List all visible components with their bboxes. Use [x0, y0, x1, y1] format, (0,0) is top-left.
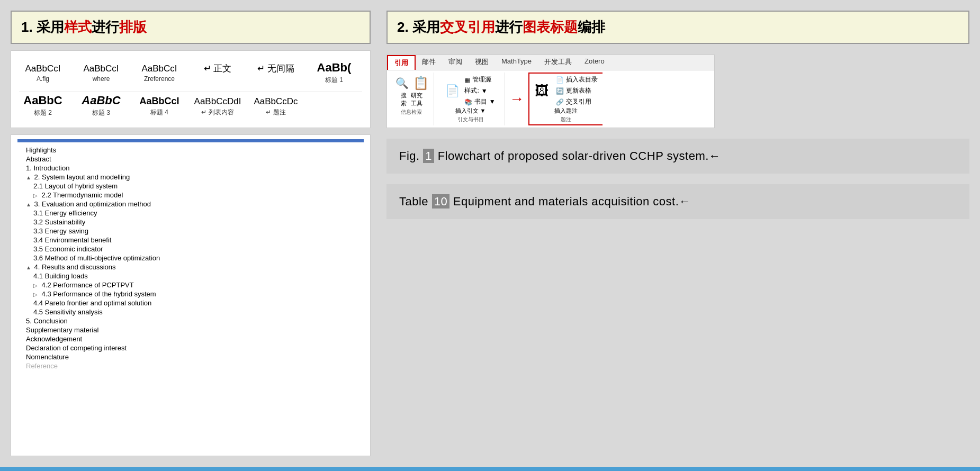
ribbon-group-citation: 📄 ▦ 管理源 样式: ▼ — [436, 73, 505, 125]
toc-item[interactable]: Nomenclature — [17, 352, 364, 361]
section2-title: 2. 采用交叉引用进行图表标题编排 — [386, 11, 969, 44]
toc-panel: Highlights Abstract 1. Introduction ▲ 2.… — [11, 134, 371, 456]
word-ribbon: 引用 邮件 审阅 视图 MathType 开发工具 Zotero 🔍 📋 — [386, 55, 715, 128]
cross-ref-icon: 🔗 — [556, 98, 564, 106]
grid-icon: ▦ — [464, 76, 470, 84]
section2-prefix: 2. 采用 — [397, 19, 440, 35]
book-icon: 📚 — [464, 98, 472, 106]
style-afig[interactable]: AaBbCcI A.fig — [19, 64, 67, 83]
dropdown-icon: ▼ — [481, 87, 488, 95]
red-arrow-icon: → — [509, 90, 524, 107]
section2-highlight1: 交叉引用 — [440, 19, 495, 35]
toc-item[interactable]: 3.6 Method of multi-objective optimizati… — [17, 253, 364, 262]
styles-row-2: AaBbC 标题 2 AaBbC 标题 3 AaBbCcI 标题 4 AaBbC… — [19, 91, 362, 120]
insert-citation-icon[interactable]: 📄 — [444, 83, 461, 99]
toc-item[interactable]: ▷ 4.2 Performance of PCPTPVT — [17, 280, 364, 289]
ribbon-caption-top: 🖼 📄 插入表目录 🔄 更新表格 — [533, 75, 599, 107]
tab-mail[interactable]: 邮件 — [416, 55, 442, 70]
table-of-figures-icon: 📄 — [556, 76, 564, 84]
group-label-caption: 题注 — [561, 116, 571, 123]
tab-developer[interactable]: 开发工具 — [538, 55, 578, 70]
tab-review[interactable]: 审阅 — [442, 55, 469, 70]
style-caption[interactable]: AaBbCcDc ↵ 题注 — [252, 96, 300, 117]
red-arrow-container: → — [507, 73, 526, 125]
tab-mathtype[interactable]: MathType — [495, 55, 538, 70]
section1-prefix: 1. 采用 — [21, 19, 64, 35]
toc-item[interactable]: 3.2 Sustainability — [17, 218, 364, 227]
group-label-search: 信息检索 — [401, 108, 422, 116]
style-list-content[interactable]: AaBbCcDdI ↵ 列表内容 — [194, 96, 241, 117]
toc-item[interactable]: ▲ 3. Evaluation and optimization method — [17, 200, 364, 209]
toc-item[interactable]: ▷ 2.2 Thermodynamic model — [17, 191, 364, 200]
style-zhengwen[interactable]: ↵ 正文 — [194, 62, 241, 76]
toc-item[interactable]: 1. Introduction — [17, 164, 364, 173]
toc-item[interactable]: ▲ 2. System layout and modelling — [17, 173, 364, 182]
manage-sources-btn[interactable]: ▦ 管理源 — [463, 75, 497, 85]
insert-caption-icon[interactable]: 🖼 — [533, 83, 550, 99]
insert-citation-label: 插入引文 — [455, 107, 479, 114]
style-wujian[interactable]: ↵ 无间隔 — [252, 62, 300, 76]
toc-item[interactable]: 5. Conclusion — [17, 316, 364, 325]
dropdown-arrow-small: ▼ — [480, 107, 486, 114]
research-icon[interactable]: 📋 — [412, 75, 429, 92]
caption2-area: Table 10 Equipment and materials acquisi… — [386, 184, 969, 219]
left-panel: 1. 采用样式进行排版 AaBbCcI A.fig AaBbCcI where … — [11, 11, 371, 456]
section1-middle: 进行 — [92, 19, 119, 35]
toc-item[interactable]: Highlights — [17, 146, 364, 155]
bibliography-btn[interactable]: 📚 书目 ▼ — [463, 97, 497, 107]
style-dropdown[interactable]: 样式: ▼ — [463, 86, 497, 96]
ribbon-tabs: 引用 邮件 审阅 视图 MathType 开发工具 Zotero — [387, 55, 714, 70]
toc-item[interactable]: 3.1 Energy efficiency — [17, 209, 364, 218]
cross-reference-btn[interactable]: 🔗 交叉引用 — [554, 97, 599, 107]
style-heading1[interactable]: AaBb( 标题 1 — [310, 61, 358, 85]
caption2-text: Equipment and materials acquisition cost… — [449, 195, 691, 208]
toc-item[interactable]: 4.4 Pareto frontier and optimal solution — [17, 298, 364, 307]
caption1-text: Flowchart of proposed solar-driven CCHP … — [434, 149, 721, 162]
ribbon-citation-top: 📄 ▦ 管理源 样式: ▼ — [444, 75, 497, 107]
section2-highlight2: 图表标题 — [523, 19, 578, 35]
ribbon-group-caption: 🖼 📄 插入表目录 🔄 更新表格 — [528, 73, 603, 125]
ribbon-body: 🔍 📋 搜索 研究工具 信息检索 📄 — [387, 70, 714, 128]
toc-item[interactable]: Supplementary material — [17, 325, 364, 334]
section1-highlight1: 样式 — [64, 19, 92, 35]
styles-panel: AaBbCcI A.fig AaBbCcI where AaBbCcI Zref… — [11, 50, 371, 128]
toc-item[interactable]: 2.1 Layout of hybrid system — [17, 182, 364, 191]
styles-row-1: AaBbCcI A.fig AaBbCcI where AaBbCcI Zref… — [19, 59, 362, 87]
toc-item[interactable]: Declaration of competing interest — [17, 343, 364, 352]
section1-title: 1. 采用样式进行排版 — [11, 11, 371, 44]
caption1-prefix: Fig. — [399, 149, 423, 162]
section1-highlight2: 排版 — [119, 19, 147, 35]
style-heading3[interactable]: AaBbC 标题 3 — [77, 94, 125, 117]
right-panel: 2. 采用交叉引用进行图表标题编排 引用 邮件 审阅 视图 MathType 开… — [386, 11, 969, 456]
search-icon[interactable]: 🔍 — [393, 75, 410, 92]
toc-item[interactable]: Acknowledgement — [17, 334, 364, 343]
ribbon-icons-search: 🔍 📋 — [393, 75, 429, 92]
caption2-prefix: Table — [399, 195, 432, 208]
insert-table-of-figures-btn[interactable]: 📄 插入表目录 — [554, 75, 599, 85]
tab-zotero[interactable]: Zotero — [578, 55, 611, 70]
style-heading4[interactable]: AaBbCcI 标题 4 — [136, 96, 183, 117]
style-zreference[interactable]: AaBbCcI Zreference — [136, 64, 183, 83]
ribbon-group-search: 🔍 📋 搜索 研究工具 信息检索 — [389, 73, 434, 125]
toc-item[interactable]: 3.3 Energy saving — [17, 227, 364, 236]
toc-item[interactable]: Reference — [17, 361, 364, 370]
style-where[interactable]: AaBbCcI where — [77, 64, 125, 83]
toc-item[interactable]: 4.5 Sensitivity analysis — [17, 307, 364, 316]
section2-suffix: 编排 — [578, 19, 605, 35]
toc-item[interactable]: ▲ 4. Results and discussions — [17, 262, 364, 271]
insert-caption-label: 插入题注 — [554, 107, 578, 114]
toc-item[interactable]: ▷ 4.3 Performance of the hybrid system — [17, 289, 364, 298]
bottom-bar — [0, 467, 980, 471]
update-icon: 🔄 — [556, 87, 564, 95]
toc-item[interactable]: Abstract — [17, 155, 364, 164]
toc-item[interactable]: 4.1 Building loads — [17, 271, 364, 280]
caption1-area: Fig. 1 Flowchart of proposed solar-drive… — [386, 139, 969, 174]
toc-item[interactable]: 3.4 Environmental benefit — [17, 236, 364, 244]
caption1-number: 1 — [423, 149, 434, 163]
toc-item[interactable]: 3.5 Economic indicator — [17, 244, 364, 253]
tab-view[interactable]: 视图 — [469, 55, 495, 70]
group-label-citation: 引文与书目 — [457, 116, 484, 123]
style-heading2[interactable]: AaBbC 标题 2 — [19, 94, 67, 117]
tab-citation[interactable]: 引用 — [387, 55, 416, 70]
update-table-btn[interactable]: 🔄 更新表格 — [554, 86, 599, 96]
